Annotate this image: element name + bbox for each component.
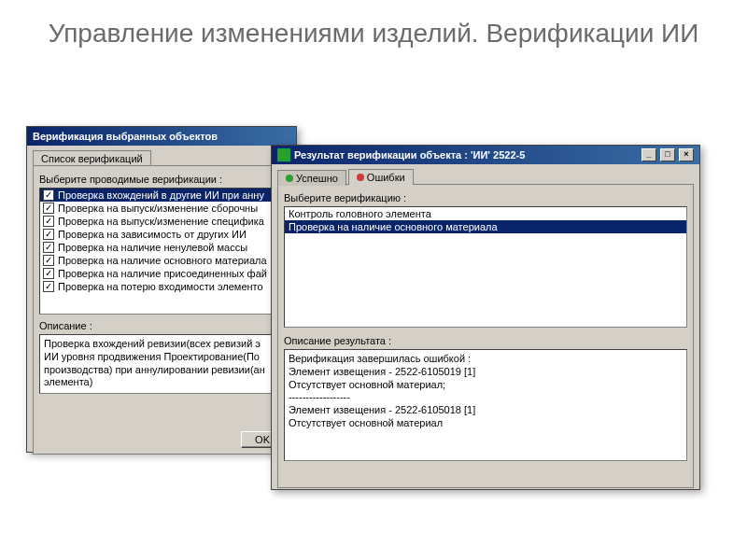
item-label: Проверка на зависимость от других ИИ [58, 229, 247, 240]
prompt-label: Выберите верификацию : [284, 192, 687, 203]
tab-success[interactable]: Успешно [277, 170, 346, 186]
verification-checklist[interactable]: ✓Проверка вхождений в другие ИИ при анну… [39, 188, 284, 315]
verification-select-list[interactable]: Контроль головного элемента Проверка на … [284, 206, 687, 328]
list-item[interactable]: ✓Проверка вхождений в другие ИИ при анну [40, 189, 283, 202]
checkbox-icon[interactable]: ✓ [43, 242, 54, 253]
tab-label: Список верификаций [41, 153, 143, 164]
slide-title: Управление изменениями изделий. Верифика… [0, 0, 747, 55]
window-title: Верификация выбранных объектов [33, 131, 218, 142]
tab-verification-list[interactable]: Список верификаций [33, 150, 151, 166]
success-icon [286, 175, 293, 182]
checkbox-icon[interactable]: ✓ [43, 216, 54, 227]
description-label: Описание : [39, 320, 284, 331]
tab-errors[interactable]: Ошибки [348, 169, 414, 185]
item-label: Проверка на наличие присоединенных фай [58, 268, 267, 279]
window-title: Результат верификации объекта : 'ИИ' 252… [294, 149, 525, 161]
maximize-button[interactable]: □ [660, 148, 675, 161]
tabstrip-left: Список верификаций [27, 146, 296, 165]
verify-selection-window: Верификация выбранных объектов Список ве… [26, 126, 297, 453]
minimize-button[interactable]: _ [641, 148, 656, 161]
list-item[interactable]: ✓Проверка на зависимость от других ИИ [40, 228, 283, 241]
description-text: Проверка вхождений ревизии(всех ревизий … [39, 334, 284, 394]
tabstrip-right: Успешно Ошибки [272, 164, 699, 184]
checkbox-icon[interactable]: ✓ [43, 229, 54, 240]
titlebar-left[interactable]: Верификация выбранных объектов [27, 127, 296, 146]
verify-result-window: Результат верификации объекта : 'ИИ' 252… [271, 145, 700, 490]
prompt-label: Выберите проводимые верификации : [39, 174, 284, 185]
list-item[interactable]: ✓Проверка на выпуск/изменение специфика [40, 215, 283, 228]
checkbox-icon[interactable]: ✓ [43, 268, 54, 279]
result-label: Описание результата : [284, 335, 687, 346]
app-icon [277, 148, 290, 161]
list-item[interactable]: Проверка на наличие основного материала [285, 220, 686, 233]
item-label: Проверка на наличие основного материала [58, 255, 267, 266]
item-label: Проверка на выпуск/изменение сборочны [58, 203, 258, 214]
tab-label: Ошибки [367, 172, 405, 183]
item-label: Проверка вхождений в другие ИИ при анну [58, 189, 264, 201]
checkbox-icon[interactable]: ✓ [43, 255, 54, 266]
list-item[interactable]: ✓Проверка на выпуск/изменение сборочны [40, 202, 283, 215]
close-button[interactable]: × [679, 148, 694, 161]
checkbox-icon[interactable]: ✓ [43, 281, 54, 292]
checkbox-icon[interactable]: ✓ [43, 203, 54, 214]
list-item[interactable]: ✓Проверка на наличие ненулевой массы [40, 241, 283, 254]
error-icon [357, 174, 364, 181]
checkbox-icon[interactable]: ✓ [43, 189, 54, 201]
list-item[interactable]: Контроль головного элемента [285, 207, 686, 220]
list-item[interactable]: ✓Проверка на наличие основного материала [40, 254, 283, 267]
item-label: Проверка на наличие ненулевой массы [58, 242, 247, 253]
list-item[interactable]: ✓Проверка на наличие присоединенных фай [40, 267, 283, 280]
result-text: Верификация завершилась ошибкой : Элемен… [284, 349, 687, 461]
list-item[interactable]: ✓Проверка на потерю входимости элементо [40, 280, 283, 293]
item-label: Проверка на выпуск/изменение специфика [58, 216, 264, 227]
item-label: Проверка на потерю входимости элементо [58, 281, 263, 292]
tab-label: Успешно [296, 173, 338, 184]
titlebar-right[interactable]: Результат верификации объекта : 'ИИ' 252… [272, 146, 699, 164]
